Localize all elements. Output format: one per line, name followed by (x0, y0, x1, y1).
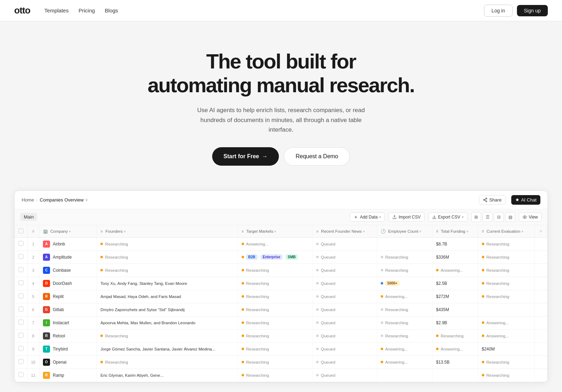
company-logo: G (43, 306, 50, 313)
company-name: Ramp (53, 373, 64, 378)
row-target-markets: Researching (238, 290, 313, 303)
row-checkbox[interactable] (15, 277, 27, 290)
row-founders: Researching (97, 355, 238, 369)
row-checkbox[interactable] (15, 316, 27, 329)
th-company[interactable]: 🏢 Company ▾ (39, 225, 97, 238)
row-checkbox[interactable] (15, 250, 27, 264)
row-checkbox[interactable] (15, 342, 27, 355)
row-checkbox[interactable] (15, 369, 27, 382)
row-add-cell (535, 355, 547, 369)
table-row: 8 R Retool Researching Researching Queue… (15, 329, 547, 342)
row-num: 7 (27, 316, 39, 329)
row-current-eval: Researching (478, 277, 534, 290)
nav-link-blogs[interactable]: Blogs (105, 7, 118, 13)
share-button[interactable]: Share (479, 195, 506, 205)
company-name: Retool (53, 333, 65, 338)
import-csv-button[interactable]: Import CSV (389, 212, 424, 222)
row-checkbox[interactable] (15, 237, 27, 250)
row-company: A Airbnb (39, 237, 97, 250)
row-employee-count (377, 369, 432, 382)
row-checkbox[interactable] (15, 329, 27, 342)
row-num: 9 (27, 342, 39, 355)
view-columns-button[interactable]: ⊟ (494, 212, 504, 222)
row-recent-news: Queued (313, 316, 377, 329)
row-num: 8 (27, 329, 39, 342)
table-row: 5 R Replit Amjad Masad, Haya Odeh, and F… (15, 290, 547, 303)
view-grid-button[interactable]: ⊞ (471, 212, 481, 222)
signup-button[interactable]: Sign up (517, 5, 548, 16)
company-logo: A (43, 254, 50, 261)
share-icon (483, 198, 487, 202)
row-founders: Researching (97, 237, 238, 250)
company-logo: I (43, 319, 50, 326)
breadcrumb-actions: Share AI Chat (479, 195, 540, 205)
row-checkbox[interactable] (15, 264, 27, 277)
view-button[interactable]: View (519, 212, 542, 222)
ai-chat-icon (515, 198, 519, 202)
row-target-markets: Researching (238, 355, 313, 369)
main-tab[interactable]: Main (20, 213, 37, 221)
th-employee-count[interactable]: 🕐 Employee Count ▾ (377, 225, 432, 238)
row-add-cell (535, 369, 547, 382)
row-num: 2 (27, 250, 39, 264)
row-checkbox[interactable] (15, 290, 27, 303)
row-recent-news: Queued (313, 355, 377, 369)
row-target-markets: B2BEnterpriseSMB (238, 250, 313, 264)
view-compact-button[interactable]: ▤ (505, 212, 515, 222)
navbar: otto Templates Pricing Blogs Log in Sign… (0, 0, 562, 21)
table-row: 3 C Coinbase Researching Researching Que… (15, 264, 547, 277)
th-founders[interactable]: ≡ Founders ▾ (97, 225, 238, 238)
row-founders: Eric Glyman, Karim Atiyeh, Gene... (97, 369, 238, 382)
row-current-eval: Researching (478, 264, 534, 277)
th-current-eval[interactable]: # Current Evaluation ▾ (478, 225, 534, 238)
company-name: Gitlab (53, 307, 64, 312)
start-free-button[interactable]: Start for Free → (212, 147, 279, 166)
row-target-markets: Researching (238, 369, 313, 382)
row-company: A Amplitude (39, 250, 97, 264)
table-row: 10 O Openai Researching Researching Queu… (15, 355, 547, 369)
view-list-button[interactable]: ☰ (483, 212, 492, 222)
logo[interactable]: otto (14, 5, 30, 16)
th-total-funding[interactable]: # Total Funding ▾ (432, 225, 478, 238)
row-checkbox[interactable] (15, 303, 27, 316)
company-logo: A (43, 241, 50, 248)
ai-chat-button[interactable]: AI Chat (511, 195, 540, 205)
hero-buttons: Start for Free → Request a Demo (14, 147, 548, 166)
row-founders: Researching (97, 264, 238, 277)
breadcrumb-left: Home › Companies Overview ∨ (22, 197, 88, 203)
table-row: 6 G Gitlab Dmytro Zaporozhets and Sytse … (15, 303, 547, 316)
row-recent-news: Queued (313, 342, 377, 355)
row-employee-count: Researching (377, 329, 432, 342)
th-recent-news[interactable]: ≡ Recent Founder News ▾ (313, 225, 377, 238)
request-demo-button[interactable]: Request a Demo (284, 147, 350, 166)
row-target-markets: Researching (238, 329, 313, 342)
th-target-markets[interactable]: ≡ Target Markets ▾ (238, 225, 313, 238)
table-row: 9 T Tinybird Jorge Gómez Sancha, Javier … (15, 342, 547, 355)
row-checkbox[interactable] (15, 355, 27, 369)
row-add-cell (535, 250, 547, 264)
row-num: 1 (27, 237, 39, 250)
row-founders: Jorge Gómez Sancha, Javier Santana, Javi… (97, 342, 238, 355)
row-recent-news: Queued (313, 237, 377, 250)
row-add-cell (535, 264, 547, 277)
company-logo: O (43, 359, 50, 366)
row-add-cell (535, 303, 547, 316)
view-icon (523, 215, 527, 219)
nav-link-pricing[interactable]: Pricing (78, 7, 95, 13)
breadcrumb-home[interactable]: Home (22, 197, 34, 203)
nav-link-templates[interactable]: Templates (44, 7, 68, 13)
th-num: # (27, 225, 39, 238)
row-current-eval (478, 303, 534, 316)
add-data-button[interactable]: Add Data ▾ (350, 212, 385, 222)
th-checkbox[interactable] (15, 225, 27, 238)
row-employee-count: Researching (377, 303, 432, 316)
row-employee-count: Answering... (377, 342, 432, 355)
data-table: # 🏢 Company ▾ ≡ Founders ▾ ≡ (15, 225, 547, 382)
row-num: 11 (27, 369, 39, 382)
company-name: Openai (53, 360, 67, 365)
export-csv-button[interactable]: Export CSV ▾ (428, 212, 468, 222)
th-add-column[interactable]: + (535, 225, 547, 238)
data-table-wrapper: # 🏢 Company ▾ ≡ Founders ▾ ≡ (15, 225, 547, 382)
breadcrumb-separator: › (36, 197, 38, 203)
login-button[interactable]: Log in (484, 5, 512, 17)
